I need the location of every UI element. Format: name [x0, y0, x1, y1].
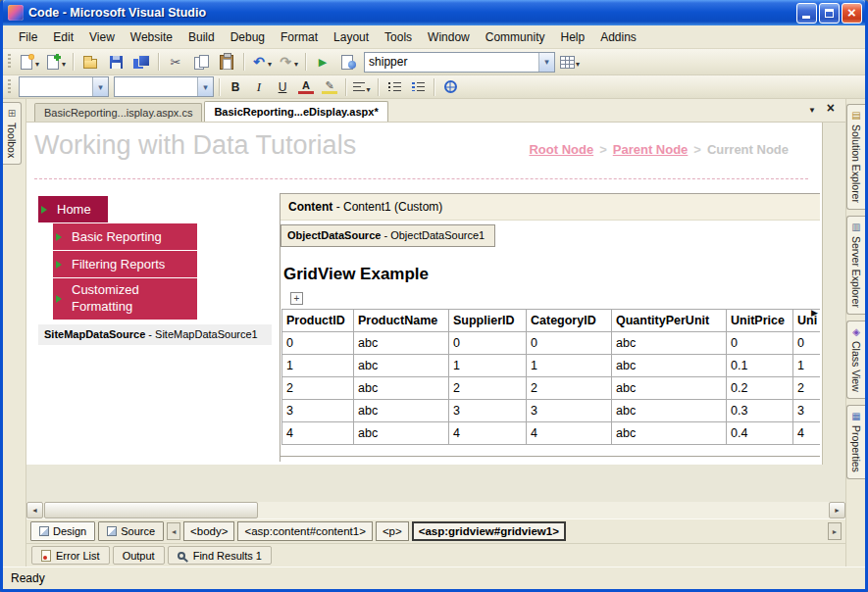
menu-file[interactable]: File	[11, 27, 45, 47]
toolbar-grip[interactable]	[8, 79, 11, 95]
close-document-icon[interactable]	[827, 99, 835, 117]
active-files-dropdown-icon[interactable]	[808, 99, 816, 117]
breadcrumb-parent-link[interactable]: Parent Node	[613, 142, 689, 157]
document-tab-active[interactable]: BasicReporting...eDisplay.aspx*	[204, 101, 387, 122]
menu-community[interactable]: Community	[478, 27, 553, 47]
scroll-right-button[interactable]	[829, 502, 845, 518]
cut-button[interactable]	[164, 51, 187, 73]
scrollbar-track[interactable]	[258, 502, 829, 518]
font-combobox[interactable]	[114, 76, 214, 97]
grid-cell: abc	[354, 400, 449, 422]
menu-view[interactable]: View	[81, 27, 123, 47]
tag-body[interactable]: <body>	[183, 521, 234, 541]
output-tab[interactable]: Output	[113, 546, 165, 565]
redo-button[interactable]	[276, 51, 300, 73]
save-button[interactable]	[104, 51, 128, 73]
underline-button[interactable]	[272, 77, 293, 97]
control-id: - SiteMapDataSource1	[145, 328, 257, 340]
copy-button[interactable]	[189, 51, 213, 73]
nav-item-customized-formatting[interactable]: Customized Formatting	[53, 278, 197, 320]
numbered-list-button[interactable]	[407, 77, 429, 97]
font-color-button[interactable]	[295, 77, 317, 97]
grid-cell: 2	[282, 377, 354, 400]
combo-dropdown-icon[interactable]	[197, 77, 213, 96]
solution-explorer-tab[interactable]: Solution Explorer	[846, 104, 865, 210]
new-project-button[interactable]	[17, 51, 41, 73]
breadcrumb-root-link[interactable]: Root Node	[529, 142, 593, 157]
maximize-button[interactable]	[819, 3, 840, 24]
tag-navigator-scroll-left-button[interactable]	[167, 522, 180, 540]
menu-window[interactable]: Window	[420, 27, 478, 47]
minimize-button[interactable]	[796, 3, 817, 24]
align-button[interactable]	[351, 77, 373, 97]
grid-cell: 1	[449, 355, 527, 377]
menu-website[interactable]: Website	[123, 27, 180, 47]
menu-layout[interactable]: Layout	[326, 27, 377, 47]
toolbox-tab[interactable]: Toolbox	[3, 102, 22, 165]
tag-asp-gridview[interactable]: <asp:gridview#gridview1>	[412, 521, 566, 541]
scrollbar-thumb[interactable]	[44, 502, 258, 518]
data-toolbar-button[interactable]	[557, 51, 582, 73]
nav-item-basic-reporting[interactable]: Basic Reporting	[53, 223, 197, 250]
nav-item-home[interactable]: Home	[38, 196, 108, 222]
design-view-button[interactable]: Design	[30, 521, 95, 541]
scroll-left-button[interactable]	[26, 502, 43, 518]
horizontal-scrollbar[interactable]	[26, 502, 845, 518]
font-input[interactable]	[115, 80, 197, 94]
tag-p[interactable]: <p>	[376, 521, 409, 541]
undo-icon	[251, 54, 267, 70]
sitemapdatasource-control[interactable]: SiteMapDataSource - SiteMapDataSource1	[38, 324, 272, 345]
design-surface[interactable]: Working with Data Tutorials Root Node > …	[26, 123, 845, 502]
menu-help[interactable]: Help	[552, 27, 592, 47]
style-combobox[interactable]	[19, 76, 109, 97]
properties-icon	[851, 412, 860, 421]
error-list-tab[interactable]: Error List	[31, 546, 110, 565]
server-explorer-tab[interactable]: Server Explorer	[846, 216, 865, 315]
tag-navigator-scroll-right-button[interactable]	[828, 522, 842, 540]
gridview-table[interactable]: ProductID ProductName SupplierID Categor…	[281, 309, 820, 445]
datasource-combobox[interactable]	[364, 52, 555, 73]
content-placeholder[interactable]: Content - Content1 (Custom) ObjectDataSo…	[280, 193, 820, 462]
start-debug-button[interactable]	[311, 51, 334, 73]
bold-button[interactable]	[225, 77, 246, 97]
view-in-browser-button[interactable]	[336, 51, 360, 73]
gridview-control[interactable]: ProductID ProductName SupplierID Categor…	[281, 309, 820, 445]
content-placeholder-header[interactable]: Content - Content1 (Custom)	[281, 194, 820, 221]
combo-dropdown-icon[interactable]	[92, 77, 108, 96]
add-new-item-button[interactable]	[43, 51, 68, 73]
style-input[interactable]	[20, 80, 92, 94]
document-tab-inactive[interactable]: BasicReporting...isplay.aspx.cs	[34, 103, 202, 122]
undo-button[interactable]	[249, 51, 274, 73]
datasource-input[interactable]	[365, 55, 538, 69]
paste-button[interactable]	[215, 51, 238, 73]
properties-tab[interactable]: Properties	[846, 405, 865, 479]
add-new-item-icon	[45, 54, 61, 70]
title-bar[interactable]: Code - Microsoft Visual Studio	[3, 0, 865, 25]
combo-dropdown-icon[interactable]	[538, 53, 554, 72]
close-button[interactable]	[842, 3, 862, 24]
highlight-button[interactable]	[319, 77, 340, 97]
objectdatasource-control[interactable]: ObjectDataSource - ObjectDataSource1	[281, 224, 495, 247]
menu-format[interactable]: Format	[273, 27, 326, 47]
menu-edit[interactable]: Edit	[45, 27, 81, 47]
hyperlink-button[interactable]	[439, 77, 461, 97]
menu-tools[interactable]: Tools	[377, 27, 420, 47]
nav-item-filtering-reports[interactable]: Filtering Reports	[53, 251, 197, 277]
italic-button[interactable]	[248, 77, 270, 97]
source-view-button[interactable]: Source	[98, 521, 164, 541]
class-view-tab[interactable]: Class View	[846, 321, 865, 399]
bullet-list-button[interactable]	[383, 77, 405, 97]
bullet-list-icon	[388, 82, 401, 91]
find-results-tab[interactable]: Find Results 1	[168, 546, 272, 565]
tag-asp-content[interactable]: <asp:content#content1>	[237, 521, 372, 541]
design-page[interactable]: Working with Data Tutorials Root Node > …	[26, 123, 823, 465]
menu-addins[interactable]: Addins	[592, 27, 644, 47]
dropdown-arrow-icon	[366, 78, 370, 96]
open-file-button[interactable]	[78, 51, 102, 73]
menu-build[interactable]: Build	[180, 27, 223, 47]
menu-debug[interactable]: Debug	[223, 27, 273, 47]
toolbar-grip[interactable]	[8, 54, 11, 70]
move-handle-icon[interactable]	[290, 292, 303, 305]
save-all-button[interactable]	[129, 51, 153, 73]
header-divider	[34, 178, 808, 179]
